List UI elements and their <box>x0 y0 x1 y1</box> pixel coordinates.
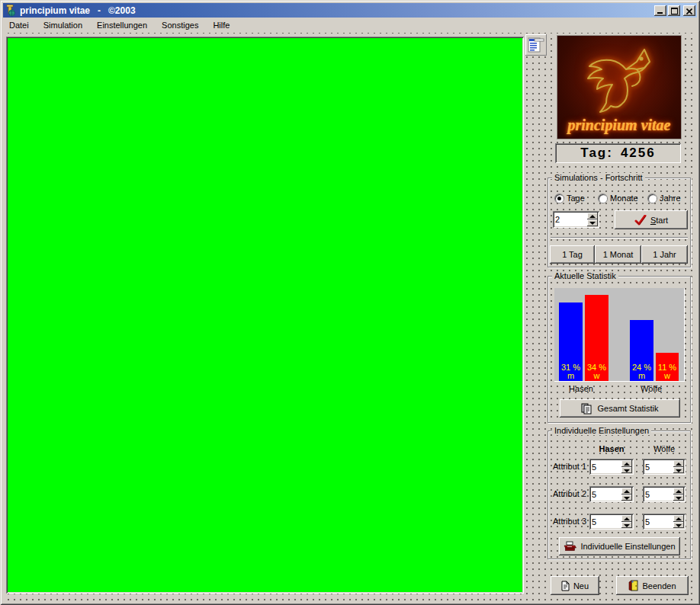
attribut2-woelfe-input[interactable] <box>645 488 673 500</box>
radio-jahre-circle <box>648 194 657 203</box>
bar-woelfe-male-label: 24 %m <box>630 363 653 381</box>
attribut3-label: Attribut 3 <box>553 517 586 526</box>
bar-hasen-female-label: 34 %w <box>585 363 608 381</box>
gesamt-statistik-label: Gesamt Statistik <box>597 404 658 413</box>
radio-tage-label: Tage <box>567 194 585 203</box>
bar-hasen-female: 34 %w <box>585 295 608 381</box>
groupbox-simulation-progress: Simulations - Fortschritt Tage Monate Ja… <box>547 178 691 267</box>
one-day-button[interactable]: 1 Tag <box>550 245 595 264</box>
attribut3-hasen-input[interactable] <box>592 516 621 527</box>
mainmenu-component-icon <box>525 34 547 56</box>
attribut1-woelfe-down-button[interactable] <box>673 467 684 474</box>
title-bar[interactable]: principium vitae - ©2003 <box>3 3 697 18</box>
dove-icon <box>571 39 669 118</box>
logo-caption: principium vitae <box>557 117 681 134</box>
beenden-button-label: Beenden <box>642 581 676 591</box>
groupbox-current-statistics: Aktuelle Statistik 31 %m 34 %w 24 %m 11 … <box>547 276 691 423</box>
day-counter-label: Tag: <box>580 146 613 161</box>
individuelle-einstellungen-button[interactable]: Individuelle Einstellungen <box>559 537 680 555</box>
step-count-up-button[interactable] <box>587 213 598 219</box>
new-document-icon <box>561 581 570 591</box>
attribut1-hasen-spinedit <box>589 459 634 475</box>
radio-jahre[interactable]: Jahre <box>648 194 681 203</box>
bar-woelfe-male: 24 %m <box>630 320 653 381</box>
attribut3-woelfe-down-button[interactable] <box>673 522 684 529</box>
gesamt-statistik-button[interactable]: Gesamt Statistik <box>560 399 680 418</box>
attribut2-woelfe-down-button[interactable] <box>673 495 684 501</box>
app-window: principium vitae - ©2003 Datei Simulatio… <box>0 0 700 605</box>
menu-datei[interactable]: Datei <box>8 19 36 32</box>
maximize-button[interactable] <box>668 5 680 16</box>
attribut1-woelfe-up-button[interactable] <box>673 460 684 467</box>
app-logo: principium vitae <box>557 35 682 139</box>
neu-button[interactable]: Neu <box>551 576 599 595</box>
radio-monate[interactable]: Monate <box>599 194 638 203</box>
population-bar-chart: 31 %m 34 %w 24 %m 11 %w <box>554 288 685 382</box>
bar-woelfe-female: 11 %w <box>656 353 679 381</box>
attribut1-woelfe-input[interactable] <box>645 461 673 472</box>
column-header-woelfe: Wölfe <box>643 444 686 453</box>
day-counter-value: 4256 <box>621 146 656 161</box>
attribut2-hasen-spinedit <box>589 486 634 502</box>
individuelle-einstellungen-label: Individuelle Einstellungen <box>580 542 675 551</box>
checkmark-icon <box>634 215 647 226</box>
beenden-button[interactable]: Beenden <box>616 576 689 595</box>
radio-monate-label: Monate <box>610 194 638 203</box>
simulation-canvas[interactable] <box>6 37 524 594</box>
exit-door-icon <box>628 580 638 591</box>
one-year-button[interactable]: 1 Jahr <box>641 245 688 264</box>
groupbox-simulation-progress-title: Simulations - Fortschritt <box>552 173 645 182</box>
category-label-woelfe: Wölfe <box>625 384 678 393</box>
start-button[interactable]: Start <box>615 210 688 229</box>
attribut2-hasen-up-button[interactable] <box>621 488 632 495</box>
menu-sonstiges[interactable]: Sonstiges <box>160 19 205 32</box>
close-button[interactable] <box>683 5 695 16</box>
attribut3-woelfe-up-button[interactable] <box>673 515 684 522</box>
attribut1-label: Attribut 1 <box>553 462 586 471</box>
attribut1-hasen-input[interactable] <box>592 461 621 472</box>
bevel-separator <box>551 237 688 238</box>
attribut2-woelfe-up-button[interactable] <box>673 488 684 495</box>
close-icon <box>686 8 692 14</box>
step-count-spinedit <box>553 211 599 228</box>
printer-icon <box>564 541 576 552</box>
maximize-icon <box>671 8 678 14</box>
app-icon <box>5 5 17 17</box>
neu-button-label: Neu <box>573 581 589 591</box>
groupbox-current-statistics-title: Aktuelle Statistik <box>552 271 618 280</box>
menu-hilfe[interactable]: Hilfe <box>211 19 236 32</box>
attribut3-woelfe-input[interactable] <box>645 516 673 527</box>
category-label-hasen: Hasen <box>554 384 608 393</box>
radio-jahre-label: Jahre <box>660 194 681 203</box>
attribut2-hasen-input[interactable] <box>592 488 621 500</box>
attribut3-hasen-up-button[interactable] <box>621 515 632 522</box>
bar-hasen-male: 31 %m <box>559 302 583 381</box>
step-count-down-button[interactable] <box>587 219 598 226</box>
one-month-button[interactable]: 1 Monat <box>595 245 641 264</box>
bar-hasen-male-label: 31 %m <box>559 363 583 381</box>
radio-tage[interactable]: Tage <box>555 194 585 203</box>
menu-simulation[interactable]: Simulation <box>42 19 89 32</box>
minimize-button[interactable] <box>654 5 666 16</box>
report-pages-icon <box>581 403 593 415</box>
window-title: principium vitae - ©2003 <box>20 5 136 16</box>
menu-einstellungen[interactable]: Einstellungen <box>95 19 154 32</box>
attribut1-hasen-down-button[interactable] <box>621 467 632 474</box>
attribut2-woelfe-spinedit <box>643 486 686 502</box>
column-header-hasen: Hasen <box>588 444 635 453</box>
menu-bar: Datei Simulation Einstellungen Sonstiges… <box>3 18 697 33</box>
attribut3-hasen-spinedit <box>589 514 634 530</box>
minimize-icon <box>657 12 663 14</box>
groupbox-individual-settings-title: Individuelle Einstellungen <box>552 426 651 435</box>
attribut2-label: Attribut 2 <box>553 489 586 498</box>
bar-woelfe-female-label: 11 %w <box>656 363 679 381</box>
radio-tage-circle <box>555 194 564 203</box>
step-count-input[interactable] <box>555 213 586 226</box>
attribut1-woelfe-spinedit <box>643 459 686 475</box>
attribut2-hasen-down-button[interactable] <box>621 495 632 501</box>
radio-monate-circle <box>599 194 607 203</box>
attribut3-hasen-down-button[interactable] <box>621 522 632 529</box>
groupbox-individual-settings: Individuelle Einstellungen Hasen Wölfe A… <box>547 431 691 559</box>
attribut1-hasen-up-button[interactable] <box>621 460 632 467</box>
attribut3-woelfe-spinedit <box>643 514 686 530</box>
